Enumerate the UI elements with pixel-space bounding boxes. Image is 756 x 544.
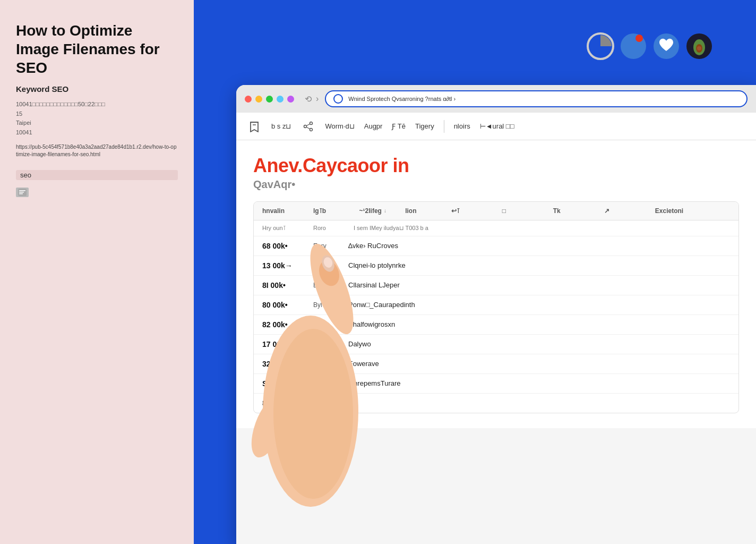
- address-bar[interactable]: Wnind Sprotech Qvsarroning ?rnats α∂tl ›: [325, 90, 748, 107]
- svg-rect-1: [19, 190, 25, 191]
- sidebar-url: https://pub-5c454f571b8e40a3a2aad27ade84…: [16, 143, 178, 158]
- nav-forward-icon[interactable]: ›: [316, 94, 319, 104]
- td-num-0: 68 00k•: [262, 242, 305, 250]
- headline-part2: Caycaoor: [303, 155, 388, 176]
- td-name-3: Ponw□_Caurapedinth: [348, 301, 730, 309]
- tl-red[interactable]: [245, 96, 252, 103]
- traffic-lights: [245, 96, 294, 103]
- svg-point-13: [310, 122, 313, 124]
- td-name-2: Cllarsinal LJeper: [348, 281, 730, 289]
- top-decorative-icons: [586, 32, 714, 61]
- toolbar-share-icon[interactable]: [300, 119, 315, 134]
- td-tag-7: Nilly: [313, 380, 340, 387]
- main-area: ⟲ › Wnind Sprotech Qvsarroning ?rnats α∂…: [194, 0, 756, 544]
- deco-icon-2: [619, 32, 648, 61]
- th-filter[interactable]: ~¹2lifeg ↓: [359, 207, 397, 215]
- toolbar-worm-label: Worm·d⊔: [325, 122, 354, 130]
- td-tag-3: Byl×: [313, 301, 340, 309]
- td-name-0: ∆vke› RuCroves: [348, 242, 730, 250]
- td-num-1: 13 00k→: [262, 261, 305, 270]
- toolbar-bookmark-icon[interactable]: [247, 119, 262, 134]
- address-text: Wnind Sprotech Qvsarroning ?rnats α∂tl ›: [348, 96, 456, 102]
- td-num-8: 8F 00k•: [262, 399, 305, 407]
- td-num-4: 82 00k•: [262, 320, 305, 329]
- browser-toolbar: b s z⊔ Worm·d⊔ Augpr Ƒ Tē Tigery nloirs …: [236, 113, 756, 140]
- nav-back-icon[interactable]: ⟲: [305, 94, 312, 104]
- toolbar-separator: [444, 120, 444, 133]
- td-name-4: Ehalfowigrosxn: [348, 320, 730, 328]
- th-diag-arrow: ↗: [604, 207, 647, 215]
- sidebar: How to Optimize Image Filenames for SEO …: [0, 0, 194, 544]
- meta-line4: 10041: [16, 128, 178, 138]
- svg-line-16: [307, 127, 311, 129]
- sidebar-tag: seo: [16, 170, 178, 180]
- td-num-5: 17 00k•: [262, 340, 305, 348]
- table-row[interactable]: 80 00k• Byl× Ponw□_Caurapedinth: [254, 295, 738, 315]
- td-tag-6: Bory: [313, 360, 340, 368]
- svg-point-6: [635, 35, 643, 42]
- deco-icon-4: [685, 32, 714, 61]
- deco-icon-3: [652, 32, 681, 61]
- table-row[interactable]: 82 00k• Bury Ehalfowigrosxn: [254, 315, 738, 335]
- headline-part3: in: [388, 155, 409, 176]
- td-num-6: 32 00k•: [262, 360, 305, 368]
- svg-rect-2: [19, 192, 24, 193]
- td-num-2: 8I 00k•: [262, 281, 305, 290]
- table-subheader: Hry oun⊺ Roro I sem IMey iludya⊔ T003 b …: [254, 220, 738, 236]
- browser-titlebar: ⟲ › Wnind Sprotech Qvsarroning ?rnats α∂…: [236, 85, 756, 113]
- td-tag-4: Bury: [313, 321, 340, 328]
- table-body: 68 00k• Eory ∆vke› RuCroves 13 00k→ Byr×…: [254, 236, 738, 413]
- page-headline: Anev.Caycaoor in: [253, 155, 739, 176]
- headline-part1: Anev.: [253, 155, 303, 176]
- tl-purple[interactable]: [287, 96, 294, 103]
- address-circle-icon: [333, 94, 343, 104]
- td-num-7: S0 00k•: [262, 379, 305, 388]
- page-title-area: Anev.Caycaoor in QavAqr•: [253, 155, 739, 191]
- td-name-7: OhrepemsTurare: [348, 379, 730, 387]
- sidebar-title: How to Optimize Image Filenames for SEO: [16, 21, 178, 77]
- toolbar-tiger-label: Tigery: [415, 122, 434, 130]
- tl-green[interactable]: [266, 96, 273, 103]
- toolbar-ural-label: ⊢◄ural □□: [480, 122, 514, 130]
- th-square: □: [502, 207, 545, 215]
- td-name-5: Dalywo: [348, 340, 730, 348]
- table-row[interactable]: 32 00k• Bory Eowerave: [254, 354, 738, 374]
- svg-line-15: [307, 124, 311, 126]
- toolbar-nloirs-label: nloirs: [454, 122, 470, 130]
- th-lion: lion: [405, 207, 443, 215]
- toolbar-label-1: b s z⊔: [271, 122, 291, 130]
- td-name-1: Clqnei-lo ptolynrke: [348, 261, 730, 269]
- tl-yellow[interactable]: [255, 96, 262, 103]
- th-tk: Tk: [553, 207, 596, 215]
- svg-point-11: [697, 46, 701, 50]
- sidebar-subtitle: Keyword SEO: [16, 84, 178, 94]
- table-row[interactable]: 13 00k→ Byr× Clqnei-lo ptolynrke: [254, 256, 738, 276]
- td-name-6: Eowerave: [348, 360, 730, 368]
- svg-point-14: [310, 128, 313, 131]
- browser-content: Anev.Caycaoor in QavAqr• hnvalin lg⊺b ~¹…: [236, 140, 756, 428]
- table-row[interactable]: 8F 00k•: [254, 394, 738, 413]
- td-tag-2: Egry: [313, 282, 340, 289]
- td-num-3: 80 00k•: [262, 301, 305, 309]
- table-row[interactable]: 17 00k• Ryl× Dalywo: [254, 335, 738, 354]
- meta-line1: 10041□□□□□□□□□□□□□50□22□□□: [16, 100, 178, 109]
- th-excietion: Excietoni: [655, 207, 730, 215]
- td-tag-0: Eory: [313, 242, 340, 250]
- svg-point-12: [304, 125, 307, 128]
- tl-blue[interactable]: [277, 96, 284, 103]
- sub-col3: I sem IMey iludya⊔ T003 b a: [354, 225, 428, 232]
- nav-buttons: ⟲ ›: [305, 94, 319, 104]
- table-row[interactable]: S0 00k• Nilly OhrepemsTurare: [254, 374, 738, 394]
- sidebar-meta: 10041□□□□□□□□□□□□□50□22□□□ 15 Taipei 100…: [16, 100, 178, 137]
- th-lgtb: lg⊺b: [313, 207, 351, 215]
- data-table: hnvalin lg⊺b ~¹2lifeg ↓ lion ↩⊺ □ Tk ↗ E…: [253, 201, 739, 413]
- table-row[interactable]: 8I 00k• Egry Cllarsinal LJeper: [254, 276, 738, 295]
- th-arrow2: ↩⊺: [451, 207, 494, 215]
- toolbar-te-label: Ƒ Tē: [392, 122, 406, 130]
- browser-window: ⟲ › Wnind Sprotech Qvsarroning ?rnats α∂…: [236, 85, 756, 544]
- table-row[interactable]: 68 00k• Eory ∆vke› RuCroves: [254, 236, 738, 256]
- th-arrow-icon: ↓: [384, 208, 386, 214]
- svg-rect-3: [19, 193, 23, 194]
- td-tag-1: Byr×: [313, 262, 340, 269]
- sidebar-doc-icon: [16, 188, 29, 197]
